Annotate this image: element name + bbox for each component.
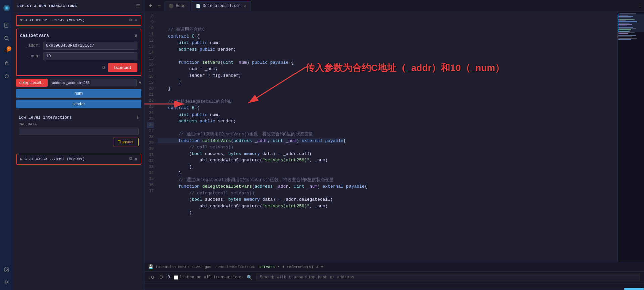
deploy-panel-body: ▼ B AT 0XEC2...CF142 (MEMORY) ⧉ ✕ callSe… — [13, 12, 144, 290]
contract-c-instance: ▶ C AT 0X939...78492 (MEMORY) ⧉ ✕ — [16, 154, 141, 165]
save-icon: 💾 — [148, 264, 153, 269]
contract-b-actions: ⧉ ✕ — [129, 18, 137, 23]
references: 1 reference(s) — [282, 265, 313, 269]
delegatecall-input[interactable] — [50, 79, 137, 86]
console-search-icon: 🔍 — [247, 275, 252, 280]
line-numbers: 8 9 10 11 12 13 14 15 16 17 18 19 20 21 … — [144, 12, 156, 262]
copy-calldata-icon[interactable]: ⧉ — [102, 65, 105, 70]
execution-cost: Execution cost: 41262 gas — [156, 265, 211, 269]
code-wrapper: 8 9 10 11 12 13 14 15 16 17 18 19 20 21 … — [144, 12, 644, 262]
tab-delegatecall-label: Delegatecall.sol — [203, 4, 241, 8]
deploy-panel-header: DEPLOY & RUN TRANSACTIONS ☰ — [13, 0, 144, 12]
contract-c-chevron[interactable]: ▶ — [20, 156, 23, 162]
bottom-console: ↓⟳ ⏱ 0 listen on all transactions 🔍 — [144, 271, 644, 288]
svg-line-10 — [5, 75, 5, 75]
contract-b-instance: ▼ B AT 0XEC2...CF142 (MEMORY) ⧉ ✕ — [16, 15, 141, 26]
contract-b-header: ▼ B AT 0XEC2...CF142 (MEMORY) ⧉ ✕ — [17, 16, 141, 25]
tab-home-label: Home — [176, 4, 185, 8]
tab-close-icon[interactable]: ✕ — [243, 3, 246, 9]
code-content[interactable]: // 被调用的合约C contract C { uint public num;… — [156, 12, 617, 262]
num-button[interactable]: num — [16, 89, 141, 98]
svg-point-2 — [6, 7, 8, 9]
svg-point-6 — [5, 36, 8, 40]
code-container[interactable]: 8 9 10 11 12 13 14 15 16 17 18 19 20 21 … — [144, 12, 617, 262]
tab-home[interactable]: ⚫ Home — [164, 1, 190, 11]
maximize-icon[interactable]: ⊡ — [639, 3, 641, 9]
listen-checkbox[interactable] — [174, 275, 178, 280]
deploy-run-icon[interactable]: 4 — [1, 46, 12, 56]
settings-plugin-icon[interactable] — [1, 264, 12, 275]
callsetvars-box: callSetVars ∧ _addr: _num: ⧉ transact — [16, 29, 141, 76]
num-param-row: _num: — [20, 52, 137, 60]
copy-c-address-icon[interactable]: ⧉ — [129, 156, 132, 162]
function-type: FunctionDefinition — [215, 265, 255, 269]
function-name: setVars — [259, 265, 275, 269]
svg-point-12 — [6, 269, 7, 271]
minimap — [617, 12, 644, 262]
delegatecall-row: delegatecall... ▼ — [16, 79, 141, 87]
jump-forward-icon[interactable]: ➤ — [277, 265, 280, 269]
listen-checkbox-label: listen on all transactions — [174, 275, 243, 280]
num-label: _num: — [20, 54, 40, 59]
editor-area: + − ⚫ Home 📄 Delegatecall.sol ✕ ⊡ 8 9 10… — [144, 0, 644, 290]
svg-line-11 — [8, 75, 9, 75]
callsetvars-collapse-icon[interactable]: ∧ — [135, 33, 137, 38]
low-level-title: Low level interactions — [19, 115, 72, 120]
deploy-panel: DEPLOY & RUN TRANSACTIONS ☰ ▼ B AT 0XEC2… — [13, 0, 144, 290]
contract-c-title: C AT 0X939...78492 (MEMORY) — [25, 157, 129, 161]
calldata-input[interactable] — [19, 128, 139, 135]
copy-address-icon[interactable]: ⧉ — [129, 18, 132, 23]
svg-point-13 — [6, 281, 8, 283]
home-tab-icon: ⚫ — [169, 4, 174, 9]
sol-tab-icon: 📄 — [196, 4, 201, 9]
clear-console-icon[interactable]: ↓⟳ — [148, 275, 155, 280]
h-scrollbar-track[interactable] — [144, 288, 644, 290]
zoom-out-button[interactable]: − — [156, 1, 163, 11]
files-icon[interactable] — [1, 20, 12, 31]
next-reference-icon[interactable]: ∨ — [321, 265, 323, 269]
listen-label: listen on all transactions — [180, 275, 243, 280]
svg-point-8 — [5, 75, 8, 78]
panel-menu-icon[interactable]: ☰ — [136, 3, 140, 9]
h-scrollbar-thumb[interactable] — [624, 288, 644, 290]
zoom-in-button[interactable]: + — [147, 2, 154, 10]
minimap-lines — [618, 12, 644, 200]
sender-button[interactable]: sender — [16, 100, 141, 108]
debug-icon[interactable] — [1, 71, 12, 82]
low-level-transact-button[interactable]: Transact — [113, 138, 139, 146]
search-icon[interactable] — [1, 33, 12, 44]
callsetvars-header: callSetVars ∧ — [20, 33, 137, 38]
console-search-input[interactable] — [256, 274, 640, 281]
code-status-bar: 💾 Execution cost: 41262 gas FunctionDefi… — [144, 262, 644, 271]
transact-row: ⧉ transact — [20, 63, 137, 72]
tab-delegatecall[interactable]: 📄 Delegatecall.sol ✕ — [191, 1, 251, 11]
num-input[interactable] — [43, 52, 137, 60]
callsetvars-title: callSetVars — [20, 33, 49, 38]
delegatecall-button[interactable]: delegatecall... — [16, 79, 48, 87]
badge-count: 4 — [7, 46, 11, 51]
contract-c-header: ▶ C AT 0X939...78492 (MEMORY) ⧉ ✕ — [17, 154, 141, 164]
addr-input[interactable] — [43, 42, 137, 50]
editor-tabs: + − ⚫ Home 📄 Delegatecall.sol ✕ ⊡ — [144, 0, 644, 12]
pending-icon: ⏱ — [159, 275, 163, 280]
contract-b-chevron[interactable]: ▼ — [20, 18, 23, 23]
deploy-panel-title: DEPLOY & RUN TRANSACTIONS — [17, 4, 77, 8]
minimap-viewport — [618, 14, 644, 32]
calldata-label: CALLDATA — [19, 122, 139, 126]
plugin-icon[interactable] — [1, 58, 12, 69]
console-toolbar: ↓⟳ ⏱ 0 listen on all transactions 🔍 — [144, 272, 644, 283]
prev-reference-icon[interactable]: ∧ — [316, 265, 318, 269]
addr-label: _addr: — [20, 43, 40, 48]
settings-icon[interactable] — [1, 277, 12, 287]
low-level-info-icon[interactable]: ℹ — [137, 115, 139, 120]
low-level-header: Low level interactions ℹ — [19, 115, 139, 120]
close-c-instance-icon[interactable]: ✕ — [135, 156, 137, 162]
delegatecall-dropdown-icon[interactable]: ▼ — [139, 80, 141, 85]
low-level-section: Low level interactions ℹ CALLDATA Transa… — [16, 112, 141, 140]
transact-button[interactable]: transact — [108, 63, 137, 72]
logo-icon[interactable] — [1, 3, 12, 13]
console-count: 0 — [167, 275, 170, 280]
close-instance-icon[interactable]: ✕ — [135, 18, 137, 23]
contract-c-actions: ⧉ ✕ — [129, 156, 137, 162]
addr-param-row: _addr: — [20, 42, 137, 50]
